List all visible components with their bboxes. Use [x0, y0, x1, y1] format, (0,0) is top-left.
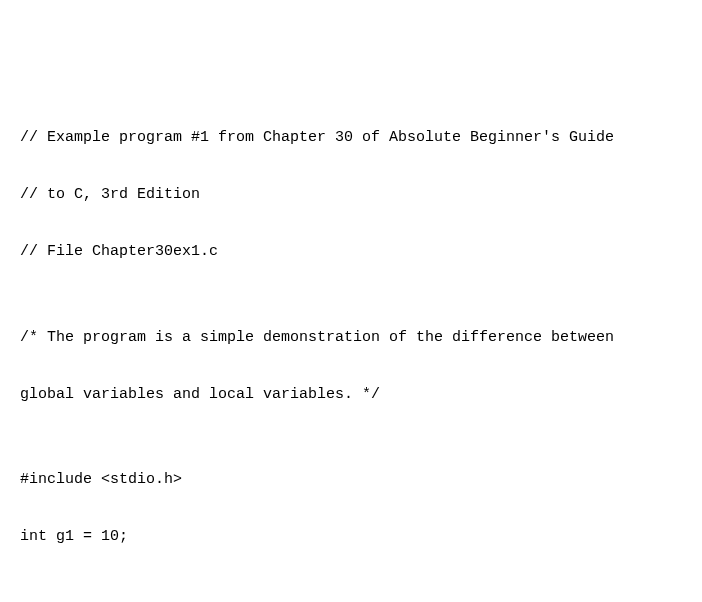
code-line-comment: /* The program is a simple demonstration…	[20, 324, 682, 353]
code-line-comment: // to C, 3rd Edition	[20, 181, 682, 210]
code-line-include: #include <stdio.h>	[20, 466, 682, 495]
code-line-declaration: int g1 = 10;	[20, 523, 682, 552]
code-line-comment: global variables and local variables. */	[20, 381, 682, 410]
code-line-comment: // Example program #1 from Chapter 30 of…	[20, 124, 682, 153]
code-line-comment: // File Chapter30ex1.c	[20, 238, 682, 267]
